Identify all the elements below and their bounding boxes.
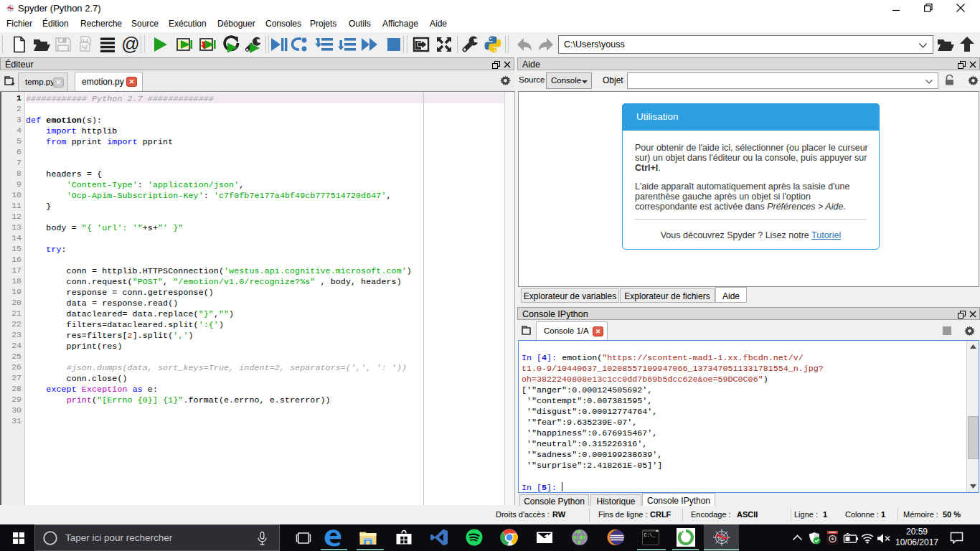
svg-text:C:\_: C:\_ [644, 533, 656, 538]
